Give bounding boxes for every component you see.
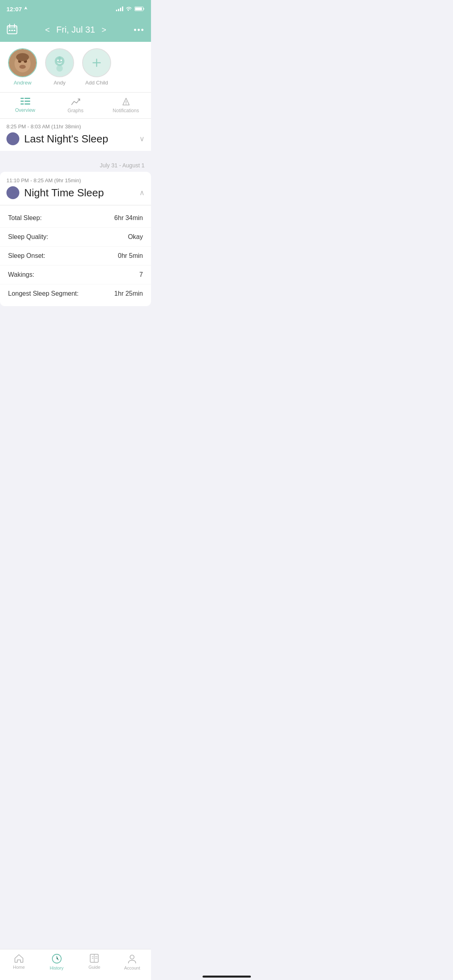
last-night-title-row[interactable]: Last Night's Sleep ∨ [0, 130, 151, 151]
chevron-down-icon[interactable]: ∨ [139, 134, 145, 143]
stat-row-sleep-onset: Sleep Onset: 0hr 5min [0, 247, 151, 266]
svg-point-30 [126, 104, 126, 105]
child-name-add: Add Child [85, 80, 108, 86]
battery-icon [134, 6, 145, 11]
total-sleep-label: Total Sleep: [8, 214, 42, 222]
child-item-andy[interactable]: Andy [45, 48, 74, 86]
wifi-icon [126, 6, 132, 11]
svg-rect-1 [143, 8, 144, 10]
status-icons [116, 6, 145, 11]
svg-rect-2 [135, 8, 142, 10]
chevron-up-icon[interactable]: ∧ [139, 188, 145, 197]
stat-row-longest-segment: Longest Sleep Segment: 1hr 25min [0, 284, 151, 303]
date-separator: July 31 - August 1 [0, 156, 151, 172]
night-time-range: 11:10 PM - 8:25 AM (9hr 15min) [6, 177, 81, 183]
prev-date-button[interactable]: < [43, 24, 52, 36]
svg-rect-26 [25, 101, 30, 102]
tab-overview[interactable]: Overview [0, 93, 50, 118]
stat-row-wakings: Wakings: 7 [0, 266, 151, 284]
child-avatar-andy [45, 48, 74, 77]
svg-point-20 [56, 65, 63, 72]
tab-graphs[interactable]: Graphs [50, 93, 101, 118]
stat-row-total-sleep: Total Sleep: 6hr 34min [0, 209, 151, 228]
longest-segment-value: 1hr 25min [114, 290, 143, 297]
svg-rect-23 [21, 98, 24, 99]
status-time: 12:07 [6, 6, 28, 12]
header: < Fri, Jul 31 > ••• [0, 18, 151, 42]
night-moon-icon [6, 186, 19, 199]
graphs-icon [71, 97, 81, 106]
plus-icon [91, 57, 103, 69]
tab-notifications-label: Notifications [113, 108, 139, 113]
longest-segment-label: Longest Sleep Segment: [8, 290, 79, 297]
notifications-icon [122, 97, 130, 106]
sleep-moon-icon [6, 132, 19, 145]
location-icon [23, 6, 28, 11]
add-child-button-circle [82, 48, 111, 77]
svg-point-15 [16, 53, 29, 61]
night-time-header: 11:10 PM - 8:25 AM (9hr 15min) [0, 172, 151, 184]
status-bar: 12:07 [0, 0, 151, 18]
baby-face-icon [51, 54, 68, 72]
sleep-quality-label: Sleep Quality: [8, 233, 48, 241]
tab-notifications[interactable]: Notifications [101, 93, 151, 118]
child-name-andrew: Andrew [14, 80, 31, 86]
last-night-time: 8:25 PM - 8:03 AM (11hr 38min) [0, 119, 151, 130]
svg-rect-4 [7, 26, 17, 29]
main-content: 8:25 PM - 8:03 AM (11hr 38min) Last Nigh… [0, 119, 151, 346]
tab-overview-label: Overview [15, 107, 35, 113]
wakings-value: 7 [139, 271, 143, 278]
child-item-add[interactable]: Add Child [82, 48, 111, 86]
child-item-andrew[interactable]: Andrew [8, 48, 37, 86]
svg-rect-28 [25, 103, 30, 105]
svg-point-17 [57, 60, 59, 61]
tab-graphs-label: Graphs [68, 108, 83, 113]
calendar-icon [6, 23, 18, 36]
total-sleep-value: 6hr 34min [114, 214, 143, 222]
more-menu-button[interactable]: ••• [134, 25, 145, 35]
signal-icon [116, 6, 123, 11]
next-date-button[interactable]: > [100, 24, 108, 36]
night-time-title-row[interactable]: Night Time Sleep ∧ [0, 184, 151, 205]
svg-rect-8 [11, 30, 13, 31]
last-night-sleep-card: 8:25 PM - 8:03 AM (11hr 38min) Last Nigh… [0, 119, 151, 151]
svg-point-14 [19, 65, 26, 69]
stat-row-sleep-quality: Sleep Quality: Okay [0, 228, 151, 247]
wakings-label: Wakings: [8, 271, 34, 278]
moon-icon-2 [9, 189, 17, 196]
sleep-onset-value: 0hr 5min [118, 252, 143, 259]
child-avatar-andrew [8, 48, 37, 77]
svg-rect-27 [21, 103, 24, 105]
night-time-title: Night Time Sleep [24, 187, 104, 199]
last-night-time-range: 8:25 PM - 8:03 AM (11hr 38min) [6, 124, 81, 130]
svg-point-19 [58, 56, 61, 60]
tabs-row: Overview Graphs Notifications [0, 93, 151, 119]
svg-point-18 [60, 60, 62, 61]
overview-icon [21, 98, 30, 106]
svg-rect-7 [9, 30, 10, 31]
sleep-quality-value: Okay [128, 233, 143, 241]
sleep-onset-label: Sleep Onset: [8, 252, 46, 259]
child-name-andy: Andy [54, 80, 66, 86]
header-title-group: < Fri, Jul 31 > [43, 24, 108, 36]
moon-icon [9, 135, 17, 142]
children-row: Andrew Andy Add Child [0, 42, 151, 93]
last-night-title: Last Night's Sleep [24, 133, 108, 145]
sleep-stats: Total Sleep: 6hr 34min Sleep Quality: Ok… [0, 205, 151, 306]
svg-rect-25 [21, 101, 24, 102]
current-date: Fri, Jul 31 [56, 25, 95, 35]
night-time-sleep-card: 11:10 PM - 8:25 AM (9hr 15min) Night Tim… [0, 172, 151, 306]
svg-rect-24 [25, 98, 30, 99]
svg-rect-9 [14, 30, 15, 31]
